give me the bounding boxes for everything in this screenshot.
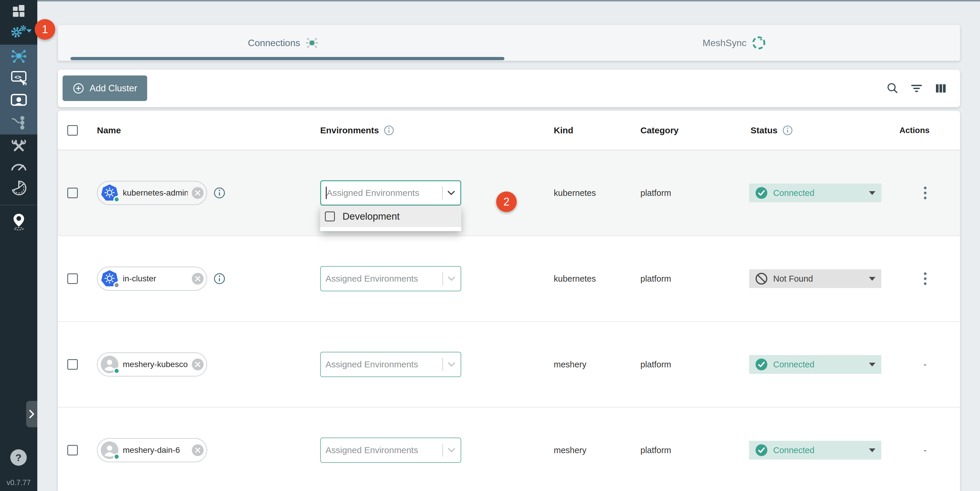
- user-avatar-icon: [100, 355, 119, 373]
- remote-screen-user-icon[interactable]: [0, 92, 37, 108]
- kind-cell: meshery: [554, 445, 586, 455]
- dashboard-icon[interactable]: [0, 4, 37, 17]
- tab-meshsync[interactable]: MeshSync: [509, 25, 960, 61]
- info-icon[interactable]: [782, 125, 793, 136]
- category-cell: platform: [640, 360, 671, 369]
- main-content: Connections MeshSync: [37, 0, 980, 491]
- status-dot: [113, 368, 120, 374]
- check-circle-icon: [755, 358, 768, 371]
- environments-select[interactable]: Assigned Environments: [320, 437, 461, 463]
- kind-cell: meshery: [554, 360, 586, 369]
- kind-cell: kubernetes: [554, 274, 596, 284]
- question-mark-icon: ?: [16, 452, 22, 463]
- table-row: meshery-kubescop... Assigned Environment…: [58, 322, 960, 408]
- chevron-down-icon[interactable]: [447, 191, 455, 195]
- kind-cell: kubernetes: [554, 188, 596, 198]
- connection-name: in-cluster: [123, 274, 188, 283]
- row-checkbox[interactable]: [67, 273, 78, 284]
- performance-gauge-icon[interactable]: [0, 158, 37, 173]
- lifecycle-expand-caret-icon[interactable]: [26, 29, 32, 33]
- meshsync-spinner-icon: [751, 35, 767, 51]
- pipeline-icon[interactable]: [0, 114, 37, 130]
- connection-info-icon[interactable]: [213, 187, 225, 199]
- row-actions-menu-icon[interactable]: [922, 185, 928, 201]
- location-pin-icon[interactable]: [0, 212, 37, 231]
- environments-placeholder: Assigned Environments: [327, 188, 442, 198]
- status-chip[interactable]: Not Found: [749, 269, 881, 288]
- connection-info-icon[interactable]: [213, 273, 225, 284]
- remove-connection-icon[interactable]: [192, 444, 204, 456]
- chevron-down-icon[interactable]: [448, 276, 455, 281]
- environments-select[interactable]: Assigned Environments: [320, 180, 461, 205]
- remove-connection-icon[interactable]: [192, 187, 204, 199]
- remove-connection-icon[interactable]: [192, 359, 204, 370]
- environment-option-label: Development: [342, 211, 399, 222]
- connection-name-chip[interactable]: kubernetes-admin...: [97, 181, 207, 205]
- connection-name-chip[interactable]: in-cluster: [97, 267, 207, 291]
- sidebar-divider: [0, 205, 37, 205]
- select-divider: [442, 444, 443, 457]
- environment-option-development[interactable]: Development: [320, 206, 461, 227]
- connections-table: Name Environments Kind Category Status A…: [58, 111, 960, 491]
- column-header-status[interactable]: Status: [751, 111, 793, 150]
- select-divider: [442, 272, 443, 285]
- row-checkbox[interactable]: [67, 359, 78, 370]
- chevron-down-icon[interactable]: [448, 362, 455, 367]
- remove-connection-icon[interactable]: [192, 273, 204, 284]
- tab-connections-label: Connections: [248, 38, 300, 48]
- select-all-checkbox[interactable]: [67, 125, 78, 136]
- column-header-environments[interactable]: Environments: [320, 111, 394, 150]
- environment-option-checkbox[interactable]: [325, 211, 335, 221]
- user-avatar-icon: [100, 441, 119, 459]
- table-header: Name Environments Kind Category Status A…: [58, 111, 960, 150]
- configuration-wrenches-icon[interactable]: [0, 138, 37, 154]
- check-circle-icon: [755, 444, 768, 457]
- status-chip[interactable]: Connected: [749, 441, 881, 459]
- environments-placeholder: Assigned Environments: [326, 274, 442, 284]
- step-badge-2: 2: [496, 191, 517, 212]
- connection-name: meshery-kubescop...: [123, 360, 188, 369]
- tab-connections[interactable]: Connections: [58, 25, 509, 61]
- connection-name-chip[interactable]: meshery-kubescop...: [97, 353, 207, 377]
- connection-name: kubernetes-admin...: [123, 188, 188, 198]
- filter-icon[interactable]: [910, 82, 923, 95]
- status-dot: [113, 196, 120, 203]
- search-icon[interactable]: [886, 82, 899, 95]
- connections-icon[interactable]: [0, 48, 37, 64]
- help-button[interactable]: ?: [10, 449, 27, 466]
- tabs-bar: Connections MeshSync: [58, 25, 960, 61]
- row-checkbox[interactable]: [67, 188, 78, 198]
- status-label: Connected: [773, 445, 814, 455]
- sidebar-expand-button[interactable]: [26, 401, 37, 427]
- row-checkbox[interactable]: [67, 445, 78, 456]
- row-actions-menu-icon[interactable]: [922, 271, 928, 287]
- status-chip[interactable]: Connected: [749, 355, 881, 374]
- no-actions-dash: -: [924, 445, 926, 455]
- environments-select[interactable]: Assigned Environments: [320, 266, 461, 291]
- status-chip[interactable]: Connected: [749, 184, 881, 202]
- add-cluster-button[interactable]: Add Cluster: [62, 75, 147, 101]
- connection-name-chip[interactable]: meshery-dain-6: [97, 438, 207, 462]
- sidebar-active-group: <>: [0, 44, 37, 135]
- page-top-border: [0, 0, 980, 2]
- column-header-name[interactable]: Name: [97, 111, 121, 150]
- chevron-down-icon[interactable]: [448, 448, 455, 453]
- column-header-kind[interactable]: Kind: [554, 111, 573, 150]
- connection-name: meshery-dain-6: [123, 445, 188, 455]
- environments-dropdown: Development: [320, 206, 461, 231]
- column-header-category[interactable]: Category: [640, 111, 679, 150]
- status-dot: [113, 282, 120, 288]
- toolbar: Add Cluster: [58, 70, 960, 107]
- extensions-mesh-pie-icon[interactable]: [0, 179, 37, 197]
- status-label: Not Found: [773, 274, 813, 284]
- view-columns-icon[interactable]: [934, 82, 947, 95]
- caret-down-icon: [869, 363, 875, 367]
- environments-select[interactable]: Assigned Environments: [320, 352, 461, 377]
- table-row: in-cluster Assigned Environments kuberne…: [58, 236, 960, 322]
- chevron-right-icon: [29, 409, 35, 419]
- caret-down-icon: [869, 191, 875, 195]
- version-label: v0.7.77: [0, 478, 37, 487]
- info-icon[interactable]: [383, 125, 394, 136]
- kubernetes-icon: [100, 184, 119, 202]
- adapters-code-wrench-icon[interactable]: <>: [0, 69, 37, 86]
